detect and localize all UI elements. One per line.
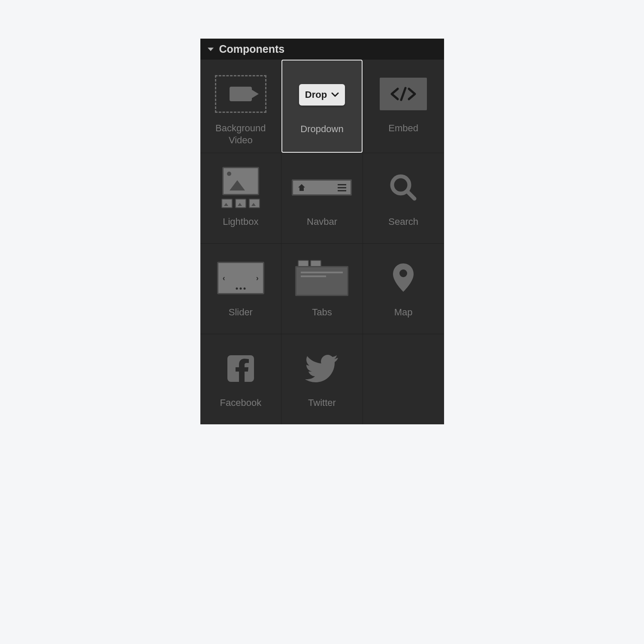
component-label: Navbar	[307, 216, 337, 228]
component-label: Map	[394, 306, 413, 318]
svg-line-1	[408, 192, 414, 199]
components-panel: Components Background Video Drop Dropdow…	[200, 39, 444, 424]
component-facebook[interactable]: Facebook	[200, 334, 281, 424]
facebook-icon	[205, 343, 277, 394]
component-search[interactable]: Search	[363, 153, 444, 243]
chevron-down-icon	[331, 92, 339, 97]
component-lightbox[interactable]: Lightbox	[200, 153, 281, 243]
component-label: Twitter	[308, 397, 336, 409]
component-slider[interactable]: ‹ › Slider	[200, 244, 281, 334]
lightbox-icon	[205, 162, 277, 213]
component-label: Slider	[229, 306, 253, 318]
component-grid: Background Video Drop Dropdown Embed	[200, 60, 444, 424]
slider-icon: ‹ ›	[205, 252, 277, 304]
component-embed[interactable]: Embed	[363, 60, 444, 153]
collapse-icon	[207, 47, 214, 52]
embed-icon	[367, 68, 440, 120]
navbar-icon	[286, 162, 358, 213]
component-twitter[interactable]: Twitter	[281, 334, 363, 424]
search-icon	[367, 162, 440, 213]
component-label: Tabs	[312, 306, 332, 318]
component-background-video[interactable]: Background Video	[200, 60, 281, 153]
component-navbar[interactable]: Navbar	[281, 153, 363, 243]
component-label: Search	[388, 216, 418, 228]
component-dropdown[interactable]: Drop Dropdown	[281, 60, 363, 153]
component-empty	[363, 334, 444, 424]
component-label: Facebook	[220, 397, 262, 409]
dropdown-badge-text: Drop	[305, 89, 327, 100]
hamburger-icon	[338, 184, 346, 191]
dropdown-icon: Drop	[287, 69, 357, 121]
svg-point-2	[399, 269, 407, 277]
component-tabs[interactable]: Tabs	[281, 244, 363, 334]
tabs-icon	[286, 252, 358, 304]
chevron-left-icon: ‹	[223, 274, 225, 283]
panel-title: Components	[219, 43, 285, 55]
home-icon	[297, 183, 306, 192]
chevron-right-icon: ›	[256, 274, 259, 283]
map-pin-icon	[367, 252, 440, 304]
background-video-icon	[205, 68, 277, 120]
panel-header[interactable]: Components	[200, 39, 444, 60]
component-label: Background Video	[205, 122, 277, 146]
component-map[interactable]: Map	[363, 244, 444, 334]
component-label: Lightbox	[223, 216, 258, 228]
component-label: Embed	[388, 122, 418, 134]
twitter-icon	[286, 343, 358, 394]
component-label: Dropdown	[300, 123, 343, 135]
